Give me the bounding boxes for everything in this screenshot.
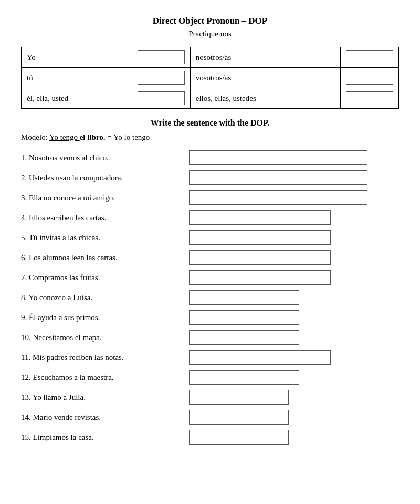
pronoun-vosotros-input[interactable]: [346, 71, 393, 85]
pronoun-ellos-input[interactable]: [346, 91, 393, 105]
pronoun-yo-input[interactable]: [138, 50, 185, 64]
exercise-item-15: 15. Limpiamos la casa.: [21, 430, 399, 445]
exercise-num-3: 3.: [21, 193, 29, 202]
exercise-answer-1[interactable]: [189, 150, 368, 165]
exercise-answer-11[interactable]: [189, 350, 331, 365]
modelo-underline: Yo tengo: [49, 133, 80, 141]
exercise-label-14: 14. Mario vende revistas.: [21, 413, 189, 422]
exercise-num-4: 4.: [21, 213, 29, 222]
exercise-item-10: 10. Necesitamos el mapa.: [21, 330, 399, 345]
exercise-sentence-6: Los alumnos leen las cartas.: [29, 253, 118, 262]
exercise-answer-2[interactable]: [189, 170, 368, 185]
table-row-tu: tú vosotros/as: [22, 68, 399, 88]
pronoun-ellos: ellos, ellas, ustedes: [190, 88, 340, 109]
exercise-sentence-8: Yo conozco a Luisa.: [28, 293, 92, 302]
pronoun-vosotros: vosotros/as: [190, 68, 340, 88]
exercise-num-11: 11.: [21, 353, 33, 362]
writing-section-title: Write the sentence with the DOP.: [21, 118, 399, 128]
exercise-label-12: 12. Escuchamos a la maestra.: [21, 373, 189, 382]
exercise-answer-9[interactable]: [189, 310, 299, 325]
exercise-sentence-13: Yo llamo a Julia.: [33, 393, 86, 402]
exercise-sentence-7: Compramos las frutas.: [29, 273, 100, 282]
exercise-num-7: 7.: [21, 273, 29, 282]
modelo-bold: el libro.: [80, 133, 106, 141]
exercise-item-9: 9. Él ayuda a sus primos.: [21, 310, 399, 325]
exercise-item-13: 13. Yo llamo a Julia.: [21, 390, 399, 405]
input-cell-vosotros: [341, 68, 399, 88]
exercise-sentence-2: Ustedes usan la computadora.: [29, 173, 123, 182]
exercise-sentence-9: Él ayuda a sus primos.: [29, 313, 100, 322]
pronoun-tu: tú: [22, 68, 132, 88]
exercise-num-8: 8.: [21, 293, 28, 302]
exercise-answer-13[interactable]: [189, 390, 289, 405]
exercise-item-2: 2. Ustedes usan la computadora.: [21, 170, 399, 185]
exercise-label-6: 6. Los alumnos leen las cartas.: [21, 253, 189, 262]
exercise-item-5: 5. Tú invitas a las chicas.: [21, 230, 399, 245]
exercise-item-1: 1. Nosotros vemos al chico.: [21, 150, 399, 165]
pronoun-nosotros: nosotros/as: [190, 47, 340, 68]
exercise-label-10: 10. Necesitamos el mapa.: [21, 333, 189, 342]
modelo-prefix: Modelo:: [21, 133, 48, 141]
pronoun-el-input[interactable]: [138, 91, 185, 105]
pronoun-el: él, ella, usted: [22, 88, 132, 109]
exercise-sentence-15: Limpiamos la casa.: [33, 433, 94, 441]
exercise-item-4: 4. Ellos escriben las cartas.: [21, 210, 399, 225]
exercise-item-8: 8. Yo conozco a Luisa.: [21, 290, 399, 305]
exercise-sentence-5: Tú invitas a las chicas.: [29, 233, 100, 242]
pronoun-yo: Yo: [22, 47, 132, 68]
input-cell-el: [132, 88, 190, 109]
exercise-label-3: 3. Ella no conoce a mi amigo.: [21, 193, 189, 202]
exercise-answer-14[interactable]: [189, 410, 289, 425]
exercise-num-9: 9.: [21, 313, 29, 322]
exercise-answer-3[interactable]: [189, 190, 368, 205]
exercise-answer-15[interactable]: [189, 430, 289, 445]
exercise-answer-8[interactable]: [189, 290, 299, 305]
exercise-label-7: 7. Compramos las frutas.: [21, 273, 189, 282]
pronoun-tu-input[interactable]: [138, 71, 185, 85]
modelo-equals: =: [107, 133, 113, 141]
exercise-item-12: 12. Escuchamos a la maestra.: [21, 370, 399, 385]
exercise-num-10: 10.: [21, 333, 33, 342]
exercise-label-8: 8. Yo conozco a Luisa.: [21, 293, 189, 302]
page-title: Direct Object Pronoun – DOP: [21, 16, 399, 26]
input-cell-tu: [132, 68, 190, 88]
exercise-num-15: 15.: [21, 433, 33, 441]
exercise-num-6: 6.: [21, 253, 29, 262]
exercise-num-5: 5.: [21, 233, 29, 242]
exercise-sentence-1: Nosotros vemos al chico.: [29, 153, 109, 162]
input-cell-nosotros: [341, 47, 399, 68]
exercise-label-2: 2. Ustedes usan la computadora.: [21, 173, 189, 182]
subtitle: Practiquemos: [21, 29, 399, 38]
exercise-label-13: 13. Yo llamo a Julia.: [21, 393, 189, 402]
exercise-num-14: 14.: [21, 413, 33, 421]
exercise-item-6: 6. Los alumnos leen las cartas.: [21, 250, 399, 265]
exercise-answer-6[interactable]: [189, 250, 331, 265]
exercise-answer-7[interactable]: [189, 270, 331, 285]
exercise-label-5: 5. Tú invitas a las chicas.: [21, 233, 189, 242]
exercise-label-15: 15. Limpiamos la casa.: [21, 433, 189, 442]
input-cell-ellos: [341, 88, 399, 109]
table-row-el: él, ella, usted ellos, ellas, ustedes: [22, 88, 399, 109]
exercise-sentence-4: Ellos escriben las cartas.: [29, 213, 106, 222]
pronoun-table: Yo nosotros/as tú vosotros/as él, ella, …: [21, 47, 399, 109]
exercise-label-4: 4. Ellos escriben las cartas.: [21, 213, 189, 222]
exercise-answer-4[interactable]: [189, 210, 331, 225]
modelo-answer: Yo lo tengo: [113, 133, 150, 141]
modelo-line: Modelo: Yo tengo el libro. = Yo lo tengo: [21, 133, 399, 142]
exercise-label-1: 1. Nosotros vemos al chico.: [21, 153, 189, 162]
exercise-item-11: 11. Mis padres reciben las notas.: [21, 350, 399, 365]
exercise-sentence-12: Escuchamos a la maestra.: [33, 373, 114, 382]
input-cell-yo: [132, 47, 190, 68]
exercise-sentence-10: Necesitamos el mapa.: [33, 333, 102, 342]
table-row-yo: Yo nosotros/as: [22, 47, 399, 68]
pronoun-nosotros-input[interactable]: [346, 50, 393, 64]
exercise-sentence-11: Mis padres reciben las notas.: [33, 353, 124, 362]
exercise-label-11: 11. Mis padres reciben las notas.: [21, 353, 189, 362]
exercise-num-2: 2.: [21, 173, 29, 182]
exercise-answer-10[interactable]: [189, 330, 299, 345]
exercise-list: 1. Nosotros vemos al chico. 2. Ustedes u…: [21, 150, 399, 445]
exercise-label-9: 9. Él ayuda a sus primos.: [21, 313, 189, 322]
exercise-sentence-14: Mario vende revistas.: [33, 413, 101, 421]
exercise-answer-5[interactable]: [189, 230, 331, 245]
exercise-answer-12[interactable]: [189, 370, 299, 385]
